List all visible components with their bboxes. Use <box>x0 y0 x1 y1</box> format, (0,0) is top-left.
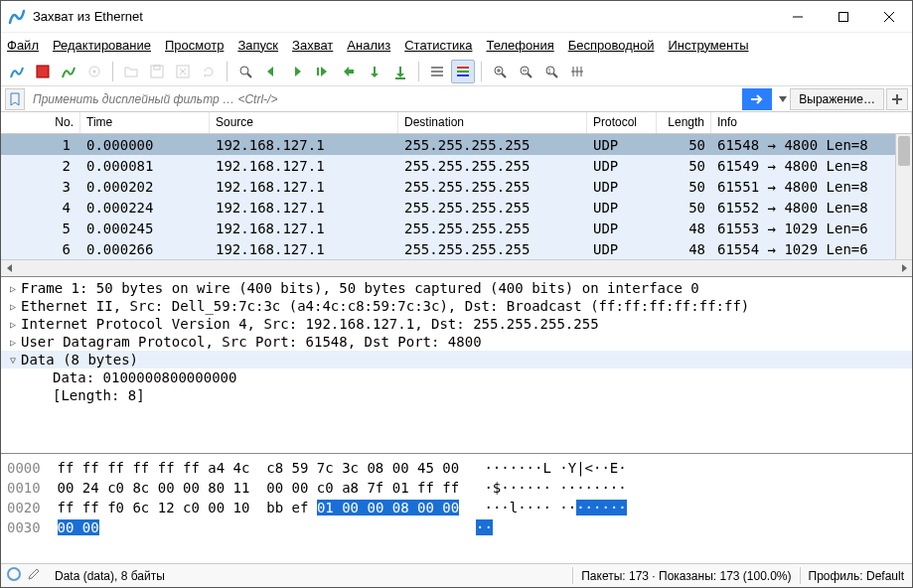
menu-analyze[interactable]: Анализ <box>347 38 390 53</box>
svg-rect-7 <box>151 66 163 77</box>
scroll-right-icon[interactable] <box>895 260 912 277</box>
auto-scroll-icon[interactable] <box>388 60 412 83</box>
column-header-info[interactable]: Info <box>711 112 912 133</box>
vertical-scrollbar[interactable] <box>895 134 912 259</box>
edit-capture-comment-icon[interactable] <box>27 567 41 584</box>
table-row[interactable]: 40.000224192.168.127.1255.255.255.255UDP… <box>1 197 912 218</box>
svg-line-13 <box>247 74 251 77</box>
menu-telephony[interactable]: Телефония <box>486 38 553 53</box>
table-row[interactable]: 20.000081192.168.127.1255.255.255.255UDP… <box>1 155 912 176</box>
packet-list-rows[interactable]: 10.000000192.168.127.1255.255.255.255UDP… <box>1 134 912 259</box>
column-header-length[interactable]: Length <box>657 112 711 133</box>
go-last-icon[interactable] <box>363 60 386 83</box>
menu-tools[interactable]: Инструменты <box>668 38 748 53</box>
title-bar: Захват из Ethernet <box>1 1 912 33</box>
start-capture-icon[interactable] <box>5 60 29 83</box>
detail-line[interactable]: Data: 0100000800000000 <box>1 368 912 386</box>
open-file-icon[interactable] <box>119 60 143 83</box>
app-icon <box>7 7 27 27</box>
menu-bar: Файл Редактирование Просмотр Запуск Захв… <box>1 33 912 57</box>
toolbar-separator <box>227 62 228 81</box>
svg-rect-16 <box>431 67 443 69</box>
toolbar-separator <box>418 62 419 81</box>
svg-text:1: 1 <box>547 68 551 74</box>
detail-line[interactable]: ▷Ethernet II, Src: Dell_59:7c:3c (a4:4c:… <box>1 297 912 315</box>
zoom-in-icon[interactable] <box>488 60 512 83</box>
column-header-protocol[interactable]: Protocol <box>587 112 657 133</box>
toolbar-separator <box>112 62 113 81</box>
svg-rect-20 <box>457 71 469 73</box>
svg-rect-18 <box>431 74 443 76</box>
apply-filter-button[interactable] <box>742 88 772 110</box>
go-to-packet-icon[interactable] <box>311 60 335 83</box>
menu-go[interactable]: Запуск <box>237 38 278 53</box>
status-bar: Data (data), 8 байты Пакеты: 173 · Показ… <box>1 563 912 587</box>
display-filter-input[interactable] <box>27 88 742 110</box>
table-row[interactable]: 10.000000192.168.127.1255.255.255.255UDP… <box>1 134 912 155</box>
svg-rect-17 <box>431 71 443 73</box>
svg-line-27 <box>528 74 532 77</box>
window-title: Захват из Ethernet <box>33 9 775 24</box>
filter-bar: Выражение… <box>1 86 912 112</box>
svg-line-30 <box>553 74 557 77</box>
toolbar-separator <box>481 62 482 81</box>
close-button[interactable] <box>866 1 912 33</box>
packet-details-pane[interactable]: ▷Frame 1: 50 bytes on wire (400 bits), 5… <box>1 277 912 454</box>
go-forward-icon[interactable] <box>285 60 309 83</box>
table-row[interactable]: 50.000245192.168.127.1255.255.255.255UDP… <box>1 218 912 238</box>
column-header-destination[interactable]: Destination <box>398 112 587 133</box>
menu-wireless[interactable]: Беспроводной <box>568 38 655 53</box>
packet-list-header: No. Time Source Destination Protocol Len… <box>1 112 912 134</box>
packet-hex-pane[interactable]: 0000 ff ff ff ff ff ff a4 4c c8 59 7c 3c… <box>1 454 912 563</box>
menu-capture[interactable]: Захват <box>292 38 333 53</box>
menu-file[interactable]: Файл <box>7 38 39 53</box>
hex-line[interactable]: 0000 ff ff ff ff ff ff a4 4c c8 59 7c 3c… <box>7 458 906 478</box>
column-header-source[interactable]: Source <box>210 112 398 133</box>
horizontal-scrollbar[interactable] <box>1 259 912 276</box>
maximize-button[interactable] <box>821 1 866 33</box>
column-header-no[interactable]: No. <box>1 112 80 133</box>
svg-rect-19 <box>457 67 469 69</box>
zoom-out-icon[interactable] <box>514 60 537 83</box>
svg-rect-1 <box>839 12 848 21</box>
filter-dropdown-icon[interactable] <box>776 96 790 102</box>
hex-line[interactable]: 0020 ff ff f0 6c 12 c0 00 10 bb ef 01 00… <box>7 498 906 517</box>
menu-edit[interactable]: Редактирование <box>53 38 151 53</box>
reload-icon[interactable] <box>197 60 221 83</box>
svg-point-12 <box>240 67 248 74</box>
packet-list-pane: No. Time Source Destination Protocol Len… <box>1 112 912 277</box>
menu-view[interactable]: Просмотр <box>165 38 224 53</box>
hex-line[interactable]: 0010 00 24 c0 8c 00 00 80 11 00 00 c0 a8… <box>7 478 906 498</box>
scroll-left-icon[interactable] <box>1 260 18 277</box>
hex-line[interactable]: 0030 00 00 ·· <box>7 517 906 537</box>
stop-capture-icon[interactable] <box>31 60 55 83</box>
status-profile[interactable]: Профиль: Default <box>801 564 913 587</box>
restart-capture-icon[interactable] <box>57 60 80 83</box>
detail-line[interactable]: ▽Data (8 bytes) <box>1 351 912 368</box>
resize-columns-icon[interactable] <box>565 60 589 83</box>
detail-line[interactable]: [Length: 8] <box>1 386 912 404</box>
filter-bookmark-icon[interactable] <box>5 88 25 110</box>
capture-options-icon[interactable] <box>82 60 106 83</box>
go-back-icon[interactable] <box>259 60 283 83</box>
detail-line[interactable]: ▷User Datagram Protocol, Src Port: 61548… <box>1 333 912 351</box>
table-row[interactable]: 30.000202192.168.127.1255.255.255.255UDP… <box>1 176 912 197</box>
colorize-active-icon[interactable] <box>451 60 475 83</box>
colorize-icon[interactable] <box>425 60 449 83</box>
find-packet-icon[interactable] <box>233 60 257 83</box>
expression-button[interactable]: Выражение… <box>790 88 884 110</box>
table-row[interactable]: 60.000266192.168.127.1255.255.255.255UDP… <box>1 238 912 259</box>
go-first-icon[interactable] <box>337 60 361 83</box>
zoom-reset-icon[interactable]: 1 <box>539 60 563 83</box>
close-file-icon[interactable] <box>171 60 195 83</box>
save-file-icon[interactable] <box>145 60 169 83</box>
add-filter-button[interactable] <box>886 88 908 110</box>
detail-line[interactable]: ▷Internet Protocol Version 4, Src: 192.1… <box>1 315 912 333</box>
menu-statistics[interactable]: Статистика <box>404 38 472 53</box>
status-left: Data (data), 8 байты <box>47 564 572 587</box>
minimize-button[interactable] <box>775 1 821 33</box>
column-header-time[interactable]: Time <box>80 112 210 133</box>
svg-line-23 <box>502 74 506 77</box>
detail-line[interactable]: ▷Frame 1: 50 bytes on wire (400 bits), 5… <box>1 279 912 297</box>
expert-info-icon[interactable] <box>7 567 21 584</box>
